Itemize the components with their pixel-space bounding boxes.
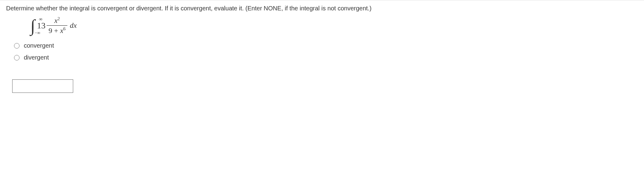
- integral-lower-limit: −∞: [35, 31, 40, 35]
- fraction-numerator: x2: [52, 16, 62, 25]
- denom-const: 9: [48, 27, 52, 35]
- question-prompt: Determine whether the integral is conver…: [6, 4, 638, 13]
- integral-expression: ∫ ∞ −∞ 13 x2 9 + x6 dx: [30, 16, 638, 35]
- integral-coefficient: 13: [37, 21, 45, 31]
- option-divergent[interactable]: divergent: [14, 54, 638, 61]
- integral-sign: ∫ ∞ −∞: [30, 17, 35, 34]
- fraction-denominator: 9 + x6: [47, 26, 67, 35]
- denom-base: x: [60, 27, 63, 35]
- denom-op: +: [54, 27, 58, 35]
- radio-divergent[interactable]: [14, 55, 20, 60]
- integral-upper-limit: ∞: [39, 16, 42, 22]
- numerator-base: x: [54, 16, 58, 24]
- answer-input[interactable]: [12, 79, 73, 93]
- option-label-convergent: convergent: [24, 42, 54, 49]
- option-convergent[interactable]: convergent: [14, 42, 638, 49]
- radio-convergent[interactable]: [14, 43, 20, 49]
- option-label-divergent: divergent: [24, 54, 49, 61]
- numerator-exp: 2: [58, 16, 60, 21]
- integral-fraction: x2 9 + x6: [47, 16, 67, 35]
- denom-exp: 6: [63, 26, 66, 31]
- options-group: convergent divergent: [14, 42, 638, 61]
- differential: dx: [70, 21, 77, 30]
